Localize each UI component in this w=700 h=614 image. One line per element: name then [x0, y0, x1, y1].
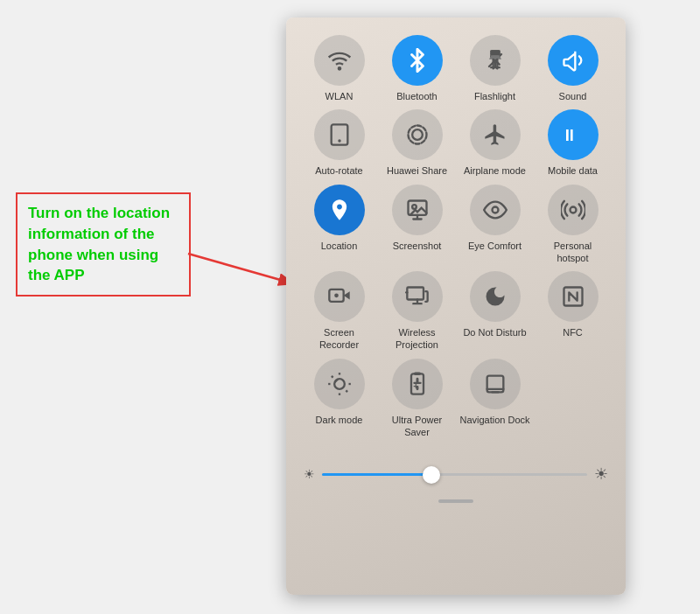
tile-bluetooth-label: Bluetooth [396, 90, 437, 102]
icon-nfc [548, 271, 598, 322]
svg-point-2 [338, 67, 340, 69]
tile-do-not-disturb[interactable]: Do Not Disturb [459, 271, 531, 352]
brightness-thumb[interactable] [423, 466, 440, 484]
tile-location[interactable]: Location [304, 185, 375, 265]
brightness-bar: ☀ ☀ [286, 454, 626, 494]
tile-sound[interactable]: Sound [537, 35, 609, 102]
tile-nav-dock[interactable]: Navigation Dock [459, 359, 531, 439]
icon-airplane [470, 109, 521, 160]
icon-location [314, 185, 365, 235]
tile-mobile-data[interactable]: Il Mobile data [537, 109, 609, 177]
icon-flashlight [470, 35, 521, 86]
svg-point-6 [412, 129, 423, 140]
tile-screen-recorder[interactable]: Screen Recorder [304, 271, 375, 352]
tile-eye-comfort[interactable]: Eye Comfort [459, 185, 531, 265]
phone-panel: WLAN Bluetooth [286, 17, 626, 595]
svg-point-7 [408, 126, 426, 144]
tile-nav-dock-label: Navigation Dock [459, 414, 529, 426]
icon-bluetooth [392, 35, 443, 86]
annotation-text: Turn on the location information of the … [28, 205, 170, 283]
icon-mobile-data: Il [548, 109, 598, 160]
brightness-fill [322, 473, 428, 476]
tile-ultra-power[interactable]: + Ultra Power Saver [382, 359, 453, 439]
grid-row-1: WLAN Bluetooth [300, 35, 612, 102]
grid-row-2: Auto-rotate Huawei Share Airplane mo [300, 109, 612, 177]
tile-dark-mode-label: Dark mode [316, 414, 363, 426]
svg-rect-3 [490, 50, 500, 55]
tile-dark-mode[interactable]: Dark mode [304, 359, 375, 439]
svg-line-22 [346, 390, 347, 392]
tile-do-not-disturb-label: Do Not Disturb [463, 326, 526, 338]
tile-screenshot[interactable]: Screenshot [382, 185, 453, 265]
svg-text:+: + [413, 380, 418, 391]
tile-nfc-label: NFC [563, 326, 583, 338]
tile-bluetooth[interactable]: Bluetooth [382, 35, 453, 102]
tile-wireless-projection[interactable]: Wireless Projection [382, 271, 453, 352]
icon-eye-comfort [470, 185, 521, 235]
icon-huawei-share [392, 109, 443, 160]
icon-sound [548, 35, 598, 86]
brightness-slider[interactable] [322, 473, 587, 476]
bottom-indicator [286, 494, 626, 508]
icon-screen-recorder [314, 271, 365, 322]
icon-wlan [314, 35, 365, 86]
tile-personal-hotspot-label: Personal hotspot [537, 240, 609, 265]
tile-auto-rotate[interactable]: Auto-rotate [304, 109, 375, 177]
icon-personal-hotspot [548, 185, 598, 235]
icon-dark-mode [314, 359, 365, 409]
tile-nfc[interactable]: NFC [537, 271, 609, 352]
icon-do-not-disturb [470, 271, 521, 322]
grid-row-5: Dark mode + Ultra Power Saver [300, 359, 612, 439]
tile-flashlight[interactable]: Flashlight [459, 35, 531, 102]
tile-ultra-power-label: Ultra Power Saver [382, 414, 453, 439]
icon-nav-dock [470, 359, 521, 409]
annotation-box: Turn on the location information of the … [16, 192, 191, 297]
bottom-pill [438, 499, 473, 503]
tile-auto-rotate-label: Auto-rotate [315, 164, 362, 177]
svg-point-12 [570, 206, 576, 213]
tile-airplane-label: Airplane mode [464, 164, 526, 177]
tile-mobile-data-label: Mobile data [548, 164, 598, 177]
tile-location-label: Location [321, 240, 358, 252]
svg-point-15 [334, 294, 339, 298]
tile-wlan-label: WLAN [326, 90, 354, 102]
tile-sound-label: Sound [559, 90, 587, 102]
brightness-low-icon: ☀ [304, 467, 315, 481]
tile-wireless-projection-label: Wireless Projection [382, 326, 453, 352]
brightness-high-icon: ☀ [594, 464, 608, 484]
tile-screenshot-label: Screenshot [393, 240, 442, 252]
icon-auto-rotate [314, 109, 365, 160]
icon-ultra-power: + [392, 359, 443, 409]
svg-line-1 [188, 254, 296, 284]
grid-row-4: Screen Recorder Wireless Projection [300, 271, 612, 352]
tile-huawei-share-label: Huawei Share [387, 164, 447, 177]
svg-line-21 [331, 376, 332, 378]
tile-huawei-share[interactable]: Huawei Share [382, 109, 453, 177]
tile-screen-recorder-label: Screen Recorder [304, 326, 375, 352]
tile-flashlight-label: Flashlight [474, 90, 515, 102]
svg-rect-16 [407, 288, 424, 300]
svg-point-11 [492, 206, 498, 213]
tile-personal-hotspot[interactable]: Personal hotspot [537, 185, 609, 265]
svg-text:Il: Il [564, 126, 573, 144]
tile-wlan[interactable]: WLAN [304, 35, 375, 102]
svg-point-10 [412, 205, 416, 209]
icon-wireless-projection [392, 271, 443, 322]
quick-settings-grid: WLAN Bluetooth [286, 17, 626, 454]
tile-airplane[interactable]: Airplane mode [459, 109, 531, 177]
grid-row-3: Location Screenshot [300, 185, 612, 265]
tile-eye-comfort-label: Eye Comfort [468, 240, 522, 252]
icon-screenshot [392, 185, 443, 235]
